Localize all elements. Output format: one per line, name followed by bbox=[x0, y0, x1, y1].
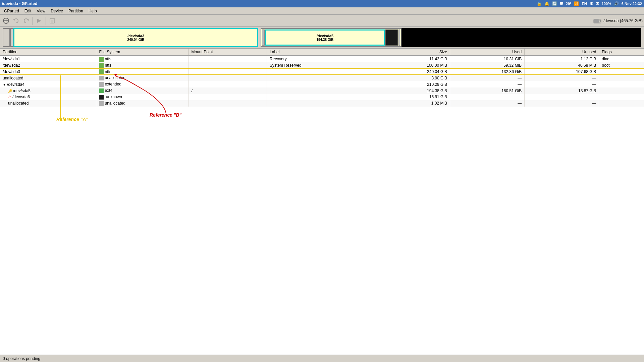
cell-used: — bbox=[450, 100, 525, 107]
col-partition: Partition bbox=[0, 49, 96, 56]
warning-icon: ⚠ bbox=[8, 95, 12, 99]
cell-label bbox=[267, 69, 375, 75]
col-label: Label bbox=[267, 49, 375, 56]
toolbar: /dev/sda (465.76 GiB) bbox=[0, 15, 644, 27]
cell-mount bbox=[189, 100, 267, 107]
cell-label bbox=[267, 94, 375, 100]
apps-icon: ⊞ bbox=[560, 1, 563, 6]
table-row[interactable]: ⚠/dev/sda6 unknown 15.91 GiB — — bbox=[0, 94, 644, 100]
menu-edit[interactable]: Edit bbox=[22, 8, 34, 14]
fs-icon-ntfs bbox=[99, 57, 104, 62]
menu-view[interactable]: View bbox=[34, 8, 48, 14]
cell-size: 210.29 GiB bbox=[375, 81, 450, 87]
info-button[interactable] bbox=[48, 16, 57, 25]
table-row[interactable]: /dev/sda2 ntfs System Reserved 100.00 Mi… bbox=[0, 62, 644, 69]
cell-label bbox=[267, 81, 375, 87]
cell-unused: 13.87 GiB bbox=[525, 87, 599, 94]
cell-partition: 🔑/dev/sda5 bbox=[0, 87, 96, 94]
redo-button[interactable] bbox=[21, 16, 31, 25]
disk-bar: /dev/sda3 240.04 GiB /dev/sda5 194.38 Gi… bbox=[3, 28, 641, 47]
network-icon: 🔒 bbox=[537, 1, 542, 6]
cell-unused: 107.68 GiB bbox=[525, 69, 599, 75]
disk-visual: /dev/sda3 240.04 GiB /dev/sda5 194.38 Gi… bbox=[0, 27, 644, 49]
sda4-inner: /dev/sda5 194.38 GiB bbox=[262, 29, 400, 46]
fs-icon-ext4 bbox=[99, 88, 104, 93]
cell-fs: unallocated bbox=[96, 75, 189, 81]
selected-black-visual[interactable] bbox=[401, 28, 641, 47]
main-content: GParted Edit View Device Partition Help … bbox=[0, 7, 644, 362]
expand-arrow[interactable]: ▼ bbox=[3, 83, 6, 86]
svg-rect-11 bbox=[594, 19, 599, 23]
cell-size: 240.04 GiB bbox=[375, 69, 450, 75]
fs-icon-extended bbox=[99, 82, 104, 87]
table-row[interactable]: 🔑/dev/sda5 ext4 / 194.38 GiB 180.51 GiB … bbox=[0, 87, 644, 94]
battery-level: 100% bbox=[602, 2, 611, 6]
cell-flags: diag bbox=[599, 56, 644, 62]
cell-mount: / bbox=[189, 87, 267, 94]
svg-marker-4 bbox=[27, 19, 29, 21]
menu-gparted[interactable]: GParted bbox=[1, 8, 22, 14]
cell-unused: — bbox=[525, 75, 599, 81]
svg-marker-3 bbox=[13, 19, 15, 21]
cell-mount bbox=[189, 62, 267, 69]
mail-icon: ✉ bbox=[596, 1, 599, 6]
cell-size: 15.91 GiB bbox=[375, 94, 450, 100]
cell-used: — bbox=[450, 94, 525, 100]
menu-help[interactable]: Help bbox=[86, 8, 100, 14]
bluetooth2-icon: ✱ bbox=[590, 1, 593, 6]
col-size: Size bbox=[375, 49, 450, 56]
cell-fs: ext4 bbox=[96, 87, 189, 94]
lang-indicator: EN bbox=[582, 2, 587, 6]
fs-icon-unallocated2 bbox=[99, 101, 104, 106]
cell-mount bbox=[189, 69, 267, 75]
table-row[interactable]: unallocated unallocated 3.90 GiB — — bbox=[0, 75, 644, 81]
cell-label bbox=[267, 87, 375, 94]
sda3-visual[interactable]: /dev/sda3 240.04 GiB bbox=[13, 28, 258, 47]
cell-partition: ▼/dev/sda4 bbox=[0, 81, 96, 87]
sda3-vis-label: /dev/sda3 bbox=[127, 34, 144, 38]
cell-flags bbox=[599, 75, 644, 81]
col-used: Used bbox=[450, 49, 525, 56]
sda4-visual: /dev/sda5 194.38 GiB bbox=[261, 28, 401, 47]
cell-flags bbox=[599, 81, 644, 87]
table-row[interactable]: /dev/sda3 ntfs 240.04 GiB 132.36 GiB 107… bbox=[0, 69, 644, 75]
svg-point-12 bbox=[599, 20, 601, 22]
cell-flags: boot bbox=[599, 62, 644, 69]
cell-unused: 40.68 MiB bbox=[525, 62, 599, 69]
cell-label bbox=[267, 75, 375, 81]
datetime: 6 Nov 22:32 bbox=[622, 2, 642, 6]
disk-icon bbox=[593, 18, 601, 24]
menu-device[interactable]: Device bbox=[48, 8, 66, 14]
cell-unused: — bbox=[525, 94, 599, 100]
table-row[interactable]: /dev/sda1 ntfs Recovery 11.43 GiB 10.31 … bbox=[0, 56, 644, 62]
undo-button[interactable] bbox=[11, 16, 21, 25]
fs-icon-ntfs bbox=[99, 63, 104, 68]
cell-partition: ⚠/dev/sda6 bbox=[0, 94, 96, 100]
sda4-unalloc-left bbox=[262, 29, 265, 46]
refresh-icon: 🔄 bbox=[552, 1, 557, 6]
sda6-visual[interactable] bbox=[385, 29, 398, 46]
cell-label: System Reserved bbox=[267, 62, 375, 69]
table-row[interactable]: ▼/dev/sda4 extended 210.29 GiB — — bbox=[0, 81, 644, 87]
table-body: /dev/sda1 ntfs Recovery 11.43 GiB 10.31 … bbox=[0, 56, 644, 107]
sda3-vis-size: 240.04 GiB bbox=[127, 38, 144, 42]
menu-partition[interactable]: Partition bbox=[66, 8, 86, 14]
cell-mount bbox=[189, 56, 267, 62]
table-row[interactable]: unallocated unallocated 1.02 MiB — — bbox=[0, 100, 644, 107]
volume-icon: 🔊 bbox=[614, 1, 619, 6]
new-button[interactable] bbox=[1, 16, 11, 25]
temperature: 29° bbox=[566, 2, 572, 6]
sda5-visual[interactable]: /dev/sda5 194.38 GiB bbox=[265, 29, 385, 46]
cell-flags bbox=[599, 69, 644, 75]
col-mountpoint: Mount Point bbox=[189, 49, 267, 56]
cell-used: 180.51 GiB bbox=[450, 87, 525, 94]
cell-unused: 1.12 GiB bbox=[525, 56, 599, 62]
cell-partition: unallocated bbox=[0, 75, 96, 81]
sda2-visual[interactable] bbox=[10, 28, 13, 47]
cell-flags bbox=[599, 94, 644, 100]
sda1-visual[interactable] bbox=[3, 28, 10, 47]
device-info-label: /dev/sda (465.76 GiB) bbox=[603, 18, 643, 23]
cell-unused: — bbox=[525, 100, 599, 107]
cell-mount bbox=[189, 75, 267, 81]
apply-button[interactable] bbox=[35, 16, 44, 25]
